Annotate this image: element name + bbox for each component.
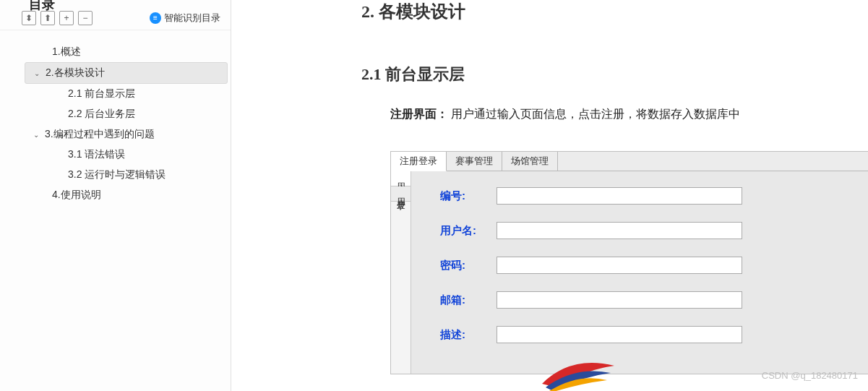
toc-item[interactable]: 4.使用说明 xyxy=(32,185,228,205)
sidebar-toc: 目录 ⬍ ⬆ + − ≡ 智能识别目录 1.概述 ⌄ 2.各模块设计 2.1 前… xyxy=(0,0,231,391)
toc-item-label: 2.1 前台显示层 xyxy=(68,87,135,100)
horizontal-tabs: 注册登录 赛事管理 场馆管理 xyxy=(391,152,868,171)
tab-register-login[interactable]: 注册登录 xyxy=(391,152,447,171)
paragraph-text: 用户通过输入页面信息，点击注册，将数据存入数据库中 xyxy=(451,108,740,120)
password-input[interactable] xyxy=(497,257,742,274)
expand-all-icon[interactable]: + xyxy=(59,11,74,25)
embedded-form-screenshot: 注册登录 赛事管理 场馆管理 用户注册 用户登录 编号: 用户名: 密码: xyxy=(390,151,868,374)
field-label-description: 描述: xyxy=(426,328,484,342)
toc-item[interactable]: 2.1 前台显示层 xyxy=(48,84,228,104)
toc-item[interactable]: 2.2 后台业务层 xyxy=(48,104,228,124)
toc-item-label: 2.2 后台业务层 xyxy=(68,108,135,121)
username-input[interactable] xyxy=(497,222,742,239)
watermark-text: CSDN @q_182480171 xyxy=(762,370,858,381)
field-label-email: 邮箱: xyxy=(426,293,484,307)
toc-item[interactable]: 3.2 运行时与逻辑错误 xyxy=(48,165,228,185)
field-row: 邮箱: xyxy=(426,283,868,317)
smart-toc-label: 智能识别目录 xyxy=(164,12,220,25)
section-heading-2-1: 2.1 前台显示层 xyxy=(361,64,868,85)
tab-match-manage[interactable]: 赛事管理 xyxy=(447,152,502,171)
field-label-id: 编号: xyxy=(426,189,484,203)
toc-item[interactable]: ⌄ 3.编程过程中遇到的问题 xyxy=(25,124,228,145)
field-row: 描述: xyxy=(426,317,868,352)
section-heading-2: 2. 各模块设计 xyxy=(361,0,868,23)
brain-icon: ≡ xyxy=(150,12,161,24)
chevron-down-icon: ⌄ xyxy=(32,131,40,139)
document-area: 2. 各模块设计 2.1 前台显示层 注册界面： 用户通过输入页面信息，点击注册… xyxy=(246,0,868,391)
tab-venue-manage[interactable]: 场馆管理 xyxy=(502,152,558,171)
field-row: 用户名: xyxy=(426,213,868,248)
toc-item-label: 4.使用说明 xyxy=(52,189,101,202)
form-fields-panel: 编号: 用户名: 密码: 邮箱: 描述: xyxy=(411,171,868,374)
vtab-user-login[interactable]: 用户登录 xyxy=(391,186,411,202)
toc-item[interactable]: 1.概述 xyxy=(32,42,228,62)
field-row: 编号: xyxy=(426,179,868,213)
collapse-all-icon[interactable]: − xyxy=(78,11,93,25)
description-input[interactable] xyxy=(497,326,742,343)
email-input[interactable] xyxy=(497,291,742,309)
id-input[interactable] xyxy=(497,187,742,205)
logo-swirl-icon xyxy=(535,351,622,391)
toc-item-label: 1.概述 xyxy=(52,46,81,59)
toc-item-label: 3.2 运行时与逻辑错误 xyxy=(68,168,166,181)
toc-item-label: 3.编程过程中遇到的问题 xyxy=(45,128,155,141)
toc-tree: 1.概述 ⌄ 2.各模块设计 2.1 前台显示层 2.2 后台业务层 ⌄ 3.编… xyxy=(0,42,231,205)
smart-toc-button[interactable]: ≡ 智能识别目录 xyxy=(150,12,220,25)
toc-item-label: 3.1 语法错误 xyxy=(68,148,125,161)
field-row: 密码: xyxy=(426,248,868,283)
chevron-down-icon: ⌄ xyxy=(33,69,41,77)
toc-item[interactable]: 3.1 语法错误 xyxy=(48,145,228,165)
paragraph-label: 注册界面： xyxy=(390,108,448,120)
paragraph: 注册界面： 用户通过输入页面信息，点击注册，将数据存入数据库中 xyxy=(390,107,868,122)
toc-heading: 目录 xyxy=(29,0,55,13)
field-label-username: 用户名: xyxy=(426,224,484,238)
toc-item[interactable]: ⌄ 2.各模块设计 xyxy=(25,62,228,84)
field-label-password: 密码: xyxy=(426,259,484,272)
vertical-tabs: 用户注册 用户登录 xyxy=(391,171,411,374)
vtab-user-register[interactable]: 用户注册 xyxy=(391,171,411,186)
toc-item-label: 2.各模块设计 xyxy=(46,66,105,80)
